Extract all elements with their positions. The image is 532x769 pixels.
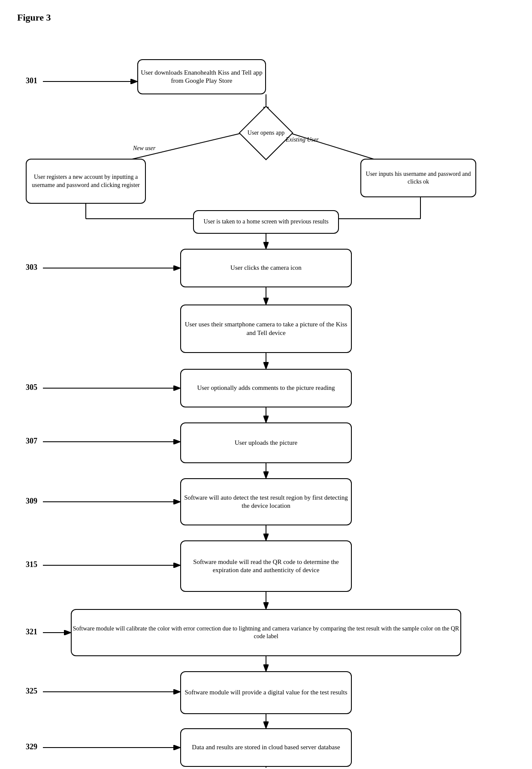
ref-307: 307 <box>26 437 37 446</box>
ref-309: 309 <box>26 497 37 506</box>
new-user-label: New user <box>133 145 156 152</box>
home-screen-box: User is taken to a home screen with prev… <box>193 210 339 234</box>
figure-title: Figure 3 <box>17 12 51 23</box>
read-qr-box: Software module will read the QR code to… <box>180 540 352 592</box>
ref-315: 315 <box>26 560 37 569</box>
calibrate-box: Software module will calibrate the color… <box>71 609 461 656</box>
ref-301: 301 <box>26 76 37 85</box>
ref-305: 305 <box>26 383 37 392</box>
ref-329: 329 <box>26 742 37 751</box>
digital-value-box: Software module will provide a digital v… <box>180 671 352 714</box>
store-data-box: Data and results are stored in cloud bas… <box>180 728 352 767</box>
ref-321: 321 <box>26 627 37 636</box>
download-box: User downloads Enanohealth Kiss and Tell… <box>137 59 266 94</box>
add-comments-box: User optionally adds comments to the pic… <box>180 369 352 407</box>
camera-icon-box: User clicks the camera icon <box>180 249 352 287</box>
opens-app-text: User opens app <box>238 113 294 153</box>
existing-user-label: Existing User <box>286 136 319 143</box>
register-box: User registers a new account by inputtin… <box>26 159 146 204</box>
upload-box: User uploads the picture <box>180 422 352 463</box>
auto-detect-box: Software will auto detect the test resul… <box>180 478 352 525</box>
take-picture-box: User uses their smartphone camera to tak… <box>180 305 352 353</box>
ref-325: 325 <box>26 687 37 696</box>
login-box: User inputs his username and password an… <box>360 159 476 197</box>
ref-303: 303 <box>26 263 37 272</box>
